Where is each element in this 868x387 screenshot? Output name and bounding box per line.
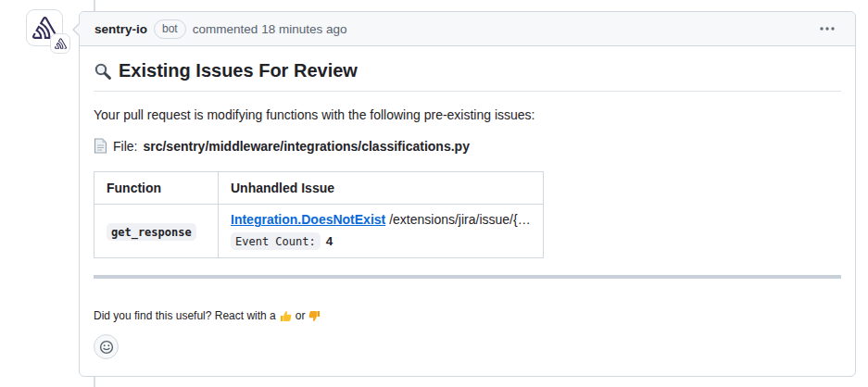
event-count-value: 4 bbox=[326, 234, 333, 248]
event-count-label: Event Count: bbox=[231, 232, 321, 250]
column-header-unhandled-issue: Unhandled Issue bbox=[219, 172, 544, 205]
table-header-row: Function Unhandled Issue bbox=[94, 172, 544, 205]
add-reaction-button[interactable] bbox=[94, 334, 119, 359]
issue-link[interactable]: Integration.DoesNotExist bbox=[231, 212, 385, 227]
comment-header: sentry-io bot commented 18 minutes ago bbox=[80, 12, 855, 46]
horizontal-rule bbox=[94, 275, 841, 279]
author-link[interactable]: sentry-io bbox=[94, 22, 147, 36]
comment-body: Existing Issues For Review Your pull req… bbox=[80, 46, 855, 372]
kebab-horizontal-icon bbox=[820, 27, 835, 31]
magnifying-glass-icon bbox=[94, 62, 112, 81]
column-header-function: Function bbox=[94, 172, 219, 205]
file-label: File: bbox=[113, 139, 137, 154]
function-cell: get_response bbox=[94, 205, 219, 258]
intro-text: Your pull request is modifying functions… bbox=[94, 107, 841, 122]
sentry-bot-avatar[interactable] bbox=[26, 9, 63, 46]
file-path: src/sentry/middleware/integrations/class… bbox=[143, 139, 469, 154]
comment-card: sentry-io bot commented 18 minutes ago E… bbox=[79, 11, 856, 377]
reaction-row bbox=[94, 334, 841, 359]
comment-action-text: commented bbox=[193, 22, 258, 36]
smiley-icon bbox=[99, 340, 114, 355]
comment-timestamp-link[interactable]: 18 minutes ago bbox=[261, 22, 346, 36]
feedback-prompt: Did you find this useful? React with a o… bbox=[94, 309, 841, 322]
feedback-or-text: or bbox=[296, 309, 306, 322]
bot-avatar-badge bbox=[50, 33, 70, 54]
bot-badge: bot bbox=[154, 19, 186, 39]
feedback-prompt-text: Did you find this useful? React with a bbox=[94, 309, 276, 322]
thumbs-down-emoji bbox=[308, 310, 321, 322]
comment-options-button[interactable] bbox=[814, 23, 840, 34]
timeline-line-bottom bbox=[94, 377, 95, 387]
file-line: File: src/sentry/middleware/integrations… bbox=[94, 138, 841, 154]
issues-table: Function Unhandled Issue get_response In… bbox=[94, 171, 544, 258]
issues-heading: Existing Issues For Review bbox=[94, 60, 841, 92]
issues-heading-text: Existing Issues For Review bbox=[119, 60, 358, 81]
thumbs-up-emoji bbox=[280, 310, 292, 322]
issue-path-text: /extensions/jira/issue/{… bbox=[389, 212, 531, 227]
issue-cell: Integration.DoesNotExist /extensions/jir… bbox=[219, 205, 544, 258]
table-row: get_response Integration.DoesNotExist /e… bbox=[94, 205, 544, 258]
page-facing-up-icon bbox=[94, 138, 107, 154]
function-name-code: get_response bbox=[107, 223, 196, 241]
